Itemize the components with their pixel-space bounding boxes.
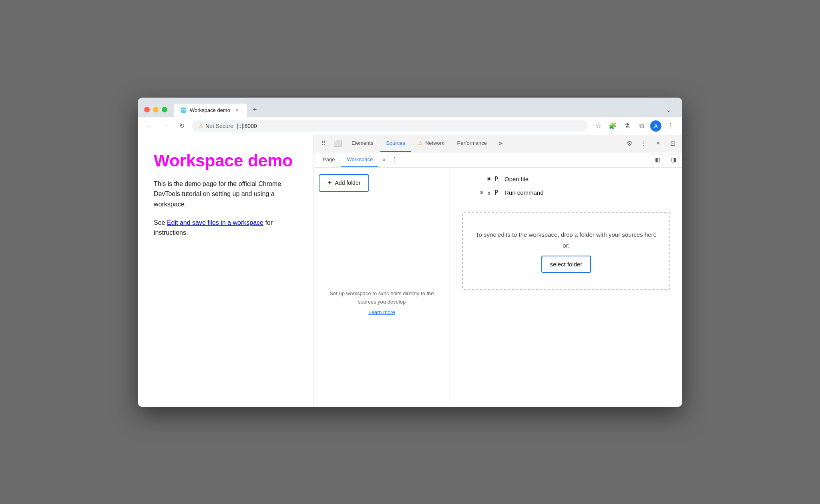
shortcut-run-command: ⌘ ⇧ P Run command [466,189,674,196]
inspect-element-button[interactable]: ⠿ [317,137,330,150]
device-toolbar-button[interactable]: ⬜ [332,137,344,150]
drop-zone-text: To sync edits to the workspace, drop a f… [476,231,657,249]
open-file-label: Open file [504,176,529,182]
tab-favicon-icon: 🌐 [180,107,187,113]
tab-elements[interactable]: Elements [346,134,379,152]
tab-title: Workspace demo [190,107,230,113]
labs-button[interactable]: ⚗ [621,120,633,132]
keyboard-shortcuts: ⌘ P Open file ⌘ ⇧ P Run command [458,176,674,196]
subtab-overflow-button[interactable]: » [379,152,388,167]
security-indicator: ⚠ Not Secure [199,123,233,129]
subtab-workspace[interactable]: Workspace [341,152,378,167]
run-command-keys: ⌘ ⇧ P [466,189,498,196]
add-folder-button[interactable]: + Add folder [319,174,369,192]
warning-icon: ⚠ [199,123,204,129]
drop-zone[interactable]: To sync edits to the workspace, drop a f… [462,212,670,290]
toolbar-icons: ☆ 🧩 ⚗ ⧉ A ⋮ [593,120,676,132]
reload-button[interactable]: ↻ [176,120,187,132]
select-folder-button[interactable]: select folder [541,256,591,273]
security-label: Not Secure [205,123,233,129]
tab-overflow-button[interactable]: ⌄ [661,103,676,117]
panel-right-toggle-button[interactable]: ◨ [668,154,679,165]
page-description: This is the demo page for the official C… [154,179,297,210]
subtab-page[interactable]: Page [317,152,340,167]
tab-performance[interactable]: Performance [452,134,492,152]
profile-button[interactable]: A [650,120,661,132]
subtab-workspace-label: Workspace [347,156,373,162]
see-label: See [154,219,165,226]
tab-bar: 🌐 Workspace demo × + [174,102,658,117]
devtools-body: + Add folder Set up workspace to sync ed… [314,168,682,407]
webpage-content: Workspace demo This is the demo page for… [138,135,314,407]
add-folder-label: Add folder [335,180,361,186]
close-window-button[interactable] [144,107,150,112]
tab-network[interactable]: Network [412,134,450,152]
plus-icon: + [328,179,332,187]
shortcut-open-file: ⌘ P Open file [466,176,674,183]
address-input[interactable]: ⚠ Not Secure [::]:8000 [192,120,588,132]
tab-network-label: Network [425,140,444,146]
forward-button[interactable]: → [160,120,171,132]
bookmark-button[interactable]: ☆ [593,120,604,132]
maximize-window-button[interactable] [162,107,167,112]
devtools-subbar: Page Workspace » ⋮ ◧ ◨ [314,152,682,168]
subtab-more-button[interactable]: ⋮ [389,156,400,164]
run-command-label: Run command [504,189,544,196]
settings-button[interactable]: ⚙ [623,137,636,150]
traffic-lights [144,107,167,112]
content-area: Workspace demo This is the demo page for… [138,135,682,407]
active-tab[interactable]: 🌐 Workspace demo × [174,104,247,117]
extension-button[interactable]: 🧩 [607,120,618,132]
minimize-window-button[interactable] [153,107,159,112]
devtools-more-button[interactable]: ⋮ [637,137,650,150]
panel-left-toggle-button[interactable]: ◧ [652,154,663,165]
url-display: [::]:8000 [237,123,257,129]
open-file-keys: ⌘ P [466,176,498,183]
devtools-topbar: ⠿ ⬜ Elements Sources Network Performance… [314,135,682,152]
tab-close-button[interactable]: × [233,107,241,114]
devtools-close-button[interactable]: × [652,137,665,150]
tab-performance-label: Performance [457,140,487,146]
panel-right-button[interactable]: ⊡ [666,137,679,150]
subtab-page-label: Page [323,156,335,162]
page-link-text: See Edit and save files in a workspace f… [154,218,297,238]
menu-button[interactable]: ⋮ [665,120,676,132]
address-bar: ← → ↻ ⚠ Not Secure [::]:8000 ☆ 🧩 ⚗ ⧉ A ⋮ [138,117,682,135]
tab-overflow-button[interactable]: » [494,137,507,150]
tab-sources-label: Sources [386,140,405,146]
devtools-topbar-right: ⚙ ⋮ × [623,137,665,150]
devtools-panel: ⠿ ⬜ Elements Sources Network Performance… [314,135,682,407]
workspace-link[interactable]: Edit and save files in a workspace [167,219,263,226]
devtools-left-panel: + Add folder Set up workspace to sync ed… [314,168,450,407]
workspace-setup-text: Set up workspace to sync edits directly … [322,290,442,306]
new-tab-button[interactable]: + [248,102,262,117]
split-button[interactable]: ⧉ [636,120,647,132]
tab-elements-label: Elements [352,140,373,146]
workspace-empty-message: Set up workspace to sync edits directly … [314,198,450,407]
title-bar: 🌐 Workspace demo × + ⌄ [138,98,682,117]
learn-more-link[interactable]: Learn more [368,309,395,315]
page-title: Workspace demo [154,151,297,171]
browser-window: 🌐 Workspace demo × + ⌄ ← → ↻ ⚠ Not Secur… [138,98,682,407]
devtools-right-panel: ⌘ P Open file ⌘ ⇧ P Run command To sync … [450,168,682,407]
back-button[interactable]: ← [144,120,155,132]
tab-sources[interactable]: Sources [380,134,411,152]
